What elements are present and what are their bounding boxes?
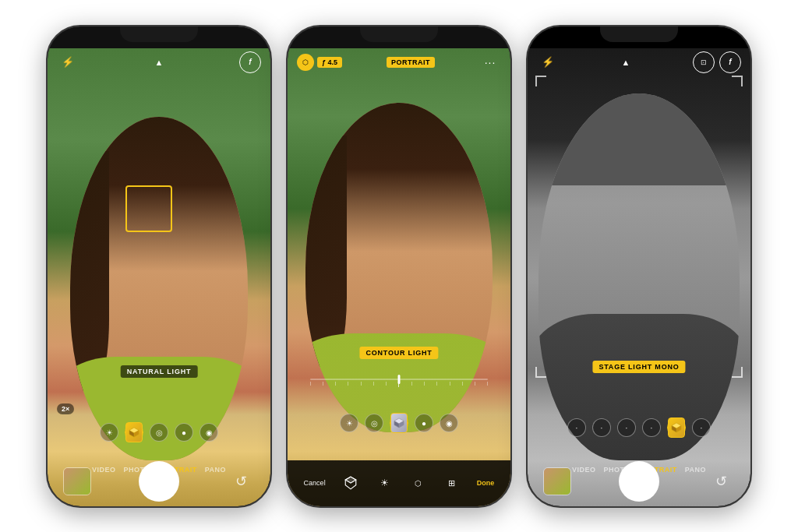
light-label-1: NATURAL LIGHT [121,365,198,378]
cam-top-left-2: ⬡ ƒ 4.5 [297,54,342,71]
cam-top-3: ⚡ ▲ ⊡ f [528,51,750,73]
shutter-btn-1[interactable] [139,461,179,502]
notch-3 [600,26,678,42]
light-selector-3: · · · · · [528,418,750,437]
bottom-controls-1: ↺ [48,461,270,502]
flip-icon-1[interactable]: ↺ [227,467,255,495]
phone-3-inner: ⚡ ▲ ⊡ f STAGE LIGHT MONO · · · [528,26,750,506]
cancel-btn-2[interactable]: Cancel [304,479,326,487]
top-right-3: ⊡ f [693,51,741,73]
viewfinder-1: ⚡ ▲ f 2× NATURAL LIGHT ☀ [48,48,270,506]
stage-icon[interactable]: ● [175,423,193,442]
natural-icon-3[interactable]: · [567,418,586,437]
face-1 [70,117,249,460]
studio-icon-2[interactable]: ◎ [365,414,383,432]
stagemono2-icon-3[interactable] [667,418,686,437]
contour2-icon-3[interactable]: · [617,418,636,437]
focus-box-1 [125,185,172,232]
phone-1-inner: ⚡ ▲ f 2× NATURAL LIGHT ☀ [48,26,270,506]
more-icon-2[interactable]: ··· [479,51,501,73]
chevron-up-3[interactable]: ▲ [615,51,637,73]
thumbnail-img-1 [64,468,90,495]
contour-icon-2[interactable] [390,414,408,432]
zoom-badge-1[interactable]: 2× [57,403,74,414]
slider-thumb-2 [397,375,400,384]
vf-corner-br [732,367,743,378]
notch-1 [120,26,198,42]
stage-icon-2[interactable]: ● [415,414,433,432]
vf-corner-tl [535,76,546,86]
bottom-controls-3: ↺ [528,461,750,502]
phone-1: ⚡ ▲ f 2× NATURAL LIGHT ☀ [46,25,272,508]
contour-icon[interactable]: ◎ [150,423,168,442]
stage2-icon-3[interactable]: · [642,418,661,437]
natural-icon-2[interactable]: ☀ [340,414,358,432]
svg-marker-9 [345,477,356,483]
portrait-badge-2: PORTRAIT [387,57,435,68]
thumbnail-img-3 [544,468,570,495]
hair-3 [538,93,739,185]
phone-2: ⬡ ƒ 4.5 PORTRAIT ··· CONTOUR LIGHT [286,25,512,508]
shirt-3 [538,314,739,460]
brightness-edit-icon[interactable]: ☀ [376,474,393,491]
done-btn-2[interactable]: Done [477,479,495,487]
thumbnail-1[interactable] [63,467,91,495]
aperture-hex-2[interactable]: ⬡ [297,54,314,71]
lightning-icon-3[interactable]: ⚡ [537,51,559,73]
thumbnail-3[interactable] [543,467,571,495]
notch-2 [360,26,438,42]
studio2-icon-3[interactable]: · [592,418,611,437]
cam-top-2: ⬡ ƒ 4.5 PORTRAIT ··· [288,51,510,73]
main-scene: ⚡ ▲ f 2× NATURAL LIGHT ☀ [0,0,798,532]
edit-bar-2: Cancel ☀ ⬡ ⊞ Done [288,460,510,506]
blur-edit-icon[interactable]: ⬡ [409,474,426,491]
phone-2-inner: ⬡ ƒ 4.5 PORTRAIT ··· CONTOUR LIGHT [288,26,510,506]
cam-top-1: ⚡ ▲ f [48,51,270,73]
shutter-btn-3[interactable] [619,461,659,502]
vf-corner-tr [732,76,743,86]
slider-row-2 [310,379,489,387]
cube-edit-icon[interactable] [342,474,359,491]
slider-track-2[interactable] [310,379,489,380]
hair-side-1 [70,151,109,392]
chevron-up-1[interactable]: ▲ [148,51,170,73]
phone-3: ⚡ ▲ ⊡ f STAGE LIGHT MONO · · · [526,25,752,508]
crop-edit-icon[interactable]: ⊞ [443,474,461,491]
flip-icon-3[interactable]: ↺ [707,467,735,495]
stagemono-icon-2[interactable]: ◉ [440,414,458,432]
highkey-icon-3[interactable]: · [692,418,711,437]
light-label-2: CONTOUR LIGHT [359,347,438,359]
viewfinder-icon-3[interactable]: ⊡ [693,51,715,73]
studio-icon[interactable] [125,423,143,442]
f-icon-3[interactable]: f [719,51,741,73]
face-3 [538,93,739,460]
viewfinder-2: ⬡ ƒ 4.5 PORTRAIT ··· CONTOUR LIGHT [288,48,510,506]
natural-icon[interactable]: ☀ [100,423,118,442]
light-label-3: STAGE LIGHT MONO [592,361,685,373]
light-selector-1: ☀ ◎ ● ◉ [48,423,270,442]
viewfinder-3: ⚡ ▲ ⊡ f STAGE LIGHT MONO · · · [528,48,750,506]
f-icon-1[interactable]: f [239,51,261,73]
vf-corner-bl [535,367,546,378]
stagemono-icon[interactable]: ◉ [200,423,218,442]
f-badge-2: ƒ 4.5 [317,57,342,68]
light-selector-2: ☀ ◎ ● ◉ [288,414,510,432]
lightning-icon-1[interactable]: ⚡ [57,51,79,73]
